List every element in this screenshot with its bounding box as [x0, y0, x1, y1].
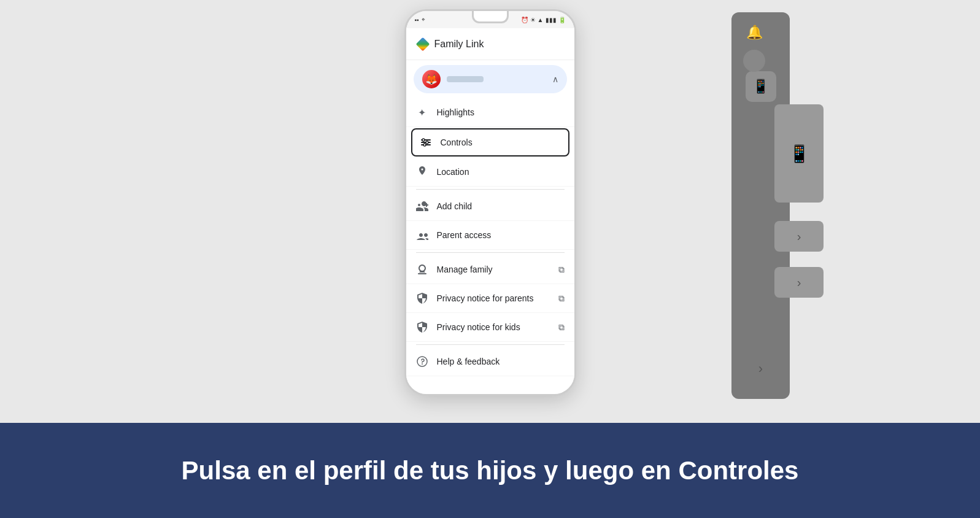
profile-avatar: 🦊	[422, 70, 441, 88]
privacy-kids-external-icon: ⧉	[558, 322, 565, 333]
help-feedback-label: Help & feedback	[437, 357, 565, 366]
add-child-label: Add child	[437, 201, 565, 211]
brightness-icon: ☀	[530, 17, 536, 23]
side-card-icon: 📱	[789, 144, 810, 164]
divider-2	[416, 252, 565, 253]
manage-family-icon	[416, 263, 428, 276]
svg-rect-6	[418, 273, 426, 274]
side-card-1: 📱	[774, 104, 824, 203]
controls-icon	[420, 136, 432, 149]
privacy-kids-label: Privacy notice for kids	[437, 322, 550, 332]
phone-shell: ▪▪ ⌖ ⏰ ☀ ▲ ▮▮▮ 🔋	[404, 9, 576, 396]
app-title: Family Link	[434, 39, 484, 50]
page-wrapper: 📱 › ▪▪ ⌖ ⏰ ☀ ▲ ▮▮▮ 🔋	[0, 0, 980, 518]
menu-item-location[interactable]: Location	[406, 158, 574, 187]
highlights-label: Highlights	[437, 107, 565, 117]
alarm-icon: ⏰	[521, 17, 528, 23]
diamond-icon	[415, 37, 430, 51]
menu-item-help-feedback[interactable]: Help & feedback	[406, 347, 574, 376]
phone-screen: Family Link 🦊 ∧	[406, 28, 574, 394]
highlights-icon: ✦	[416, 106, 428, 118]
status-right: ⏰ ☀ ▲ ▮▮▮ 🔋	[521, 17, 566, 23]
manage-family-external-icon: ⧉	[558, 265, 565, 275]
status-squares: ▪▪	[415, 17, 419, 23]
chevron-up-icon: ∧	[552, 74, 558, 84]
menu-item-privacy-parents[interactable]: Privacy notice for parents ⧉	[406, 284, 574, 313]
side-card-2: ›	[774, 221, 824, 252]
menu-item-controls[interactable]: Controls	[411, 128, 569, 157]
caption-text: Pulsa en el perfil de tus hijos y luego …	[145, 456, 836, 485]
menu-item-add-child[interactable]: Add child	[406, 192, 574, 221]
privacy-parents-label: Privacy notice for parents	[437, 293, 550, 303]
chevron-right-icon-2: ›	[797, 276, 801, 290]
family-link-logo	[416, 37, 430, 51]
profile-left: 🦊	[422, 70, 484, 88]
menu-item-highlights[interactable]: ✦ Highlights	[406, 98, 574, 127]
svg-point-3	[422, 139, 425, 141]
phone-notch	[472, 11, 509, 23]
side-card-3: ›	[774, 267, 824, 298]
svg-point-5	[423, 144, 426, 146]
divider-3	[416, 344, 565, 345]
menu-item-privacy-kids[interactable]: Privacy notice for kids ⧉	[406, 313, 574, 342]
app-title-area: Family Link	[416, 37, 484, 51]
divider-1	[416, 189, 565, 190]
svg-point-8	[422, 363, 423, 365]
app-header: Family Link	[406, 28, 574, 60]
parent-access-icon	[416, 229, 428, 241]
profile-name-blurred	[447, 76, 484, 82]
right-chevron: ›	[758, 361, 763, 389]
profile-selector[interactable]: 🦊 ∧	[414, 65, 567, 93]
caption-bar: Pulsa en el perfil de tus hijos y luego …	[0, 423, 980, 518]
privacy-parents-external-icon: ⧉	[558, 293, 565, 304]
status-icon2: ⌖	[422, 16, 425, 23]
chevron-right-icon: ›	[797, 230, 801, 244]
avatar-emoji: 🦊	[425, 74, 438, 85]
privacy-parents-icon	[416, 292, 428, 304]
battery-icon: 🔋	[558, 17, 566, 23]
controls-label: Controls	[441, 137, 561, 147]
phone-mockup: ▪▪ ⌖ ⏰ ☀ ▲ ▮▮▮ 🔋	[404, 9, 576, 396]
wifi-icon: ▲	[538, 17, 544, 23]
user-avatar[interactable]	[743, 50, 765, 72]
svg-point-4	[426, 141, 428, 144]
parent-access-label: Parent access	[437, 230, 565, 240]
menu-item-manage-family[interactable]: Manage family ⧉	[406, 255, 574, 284]
menu-item-parent-access[interactable]: Parent access	[406, 221, 574, 250]
status-left: ▪▪ ⌖	[415, 16, 425, 23]
top-right-icons: 🔔	[743, 21, 765, 72]
phone-icon: 📱	[752, 79, 769, 95]
manage-family-label: Manage family	[437, 265, 550, 274]
signal-icon: ▮▮▮	[546, 17, 557, 23]
add-child-icon	[416, 200, 428, 212]
menu-list: ✦ Highlights	[406, 96, 574, 394]
help-feedback-icon	[416, 355, 428, 368]
location-icon	[416, 166, 428, 178]
device-icon-card: 📱	[746, 71, 776, 102]
notification-bell[interactable]: 🔔	[743, 21, 765, 44]
privacy-kids-icon	[416, 321, 428, 333]
location-label: Location	[437, 167, 565, 177]
